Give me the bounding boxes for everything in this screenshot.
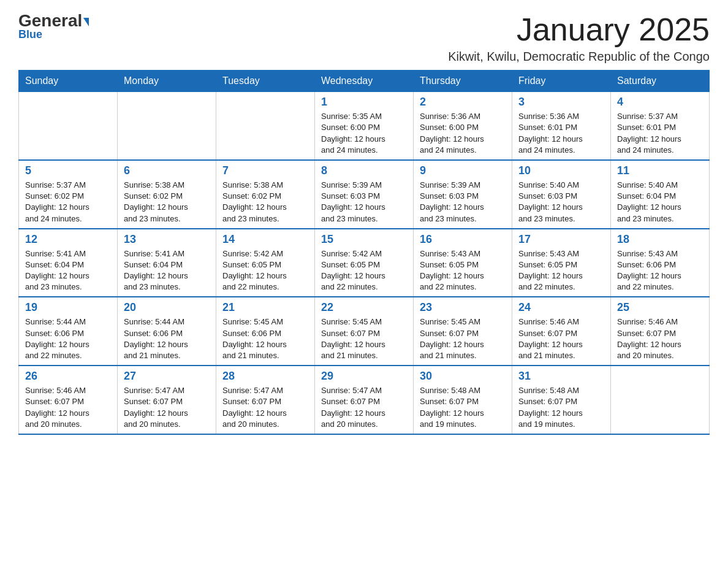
calendar-cell	[118, 92, 216, 160]
calendar-cell: 26Sunrise: 5:46 AM Sunset: 6:07 PM Dayli…	[19, 366, 118, 434]
day-info: Sunrise: 5:39 AM Sunset: 6:03 PM Dayligh…	[420, 180, 506, 224]
calendar-cell	[611, 366, 710, 434]
day-number: 30	[420, 370, 506, 383]
day-number: 7	[222, 164, 308, 177]
day-number: 27	[124, 370, 210, 383]
week-row-3: 12Sunrise: 5:41 AM Sunset: 6:04 PM Dayli…	[19, 229, 710, 297]
day-number: 2	[420, 96, 506, 109]
day-number: 21	[222, 301, 308, 314]
day-info: Sunrise: 5:41 AM Sunset: 6:04 PM Dayligh…	[124, 248, 210, 293]
day-number: 20	[124, 301, 210, 314]
calendar-cell: 5Sunrise: 5:37 AM Sunset: 6:02 PM Daylig…	[19, 160, 118, 229]
page-header: General Blue January 2025 Kikwit, Kwilu,…	[18, 12, 710, 64]
calendar-cell: 15Sunrise: 5:42 AM Sunset: 6:05 PM Dayli…	[315, 229, 414, 297]
day-info: Sunrise: 5:36 AM Sunset: 6:00 PM Dayligh…	[420, 111, 506, 156]
title-area: January 2025 Kikwit, Kwilu, Democratic R…	[448, 12, 710, 64]
weekday-header-tuesday: Tuesday	[216, 71, 315, 92]
day-info: Sunrise: 5:43 AM Sunset: 6:05 PM Dayligh…	[518, 248, 604, 293]
day-number: 8	[321, 164, 407, 177]
day-number: 18	[617, 233, 703, 246]
day-info: Sunrise: 5:47 AM Sunset: 6:07 PM Dayligh…	[222, 385, 308, 430]
weekday-header-sunday: Sunday	[19, 71, 118, 92]
calendar-cell: 31Sunrise: 5:48 AM Sunset: 6:07 PM Dayli…	[512, 366, 611, 434]
day-number: 15	[321, 233, 407, 246]
day-number: 14	[222, 233, 308, 246]
day-number: 12	[25, 233, 111, 246]
calendar-cell: 17Sunrise: 5:43 AM Sunset: 6:05 PM Dayli…	[512, 229, 611, 297]
calendar-cell: 25Sunrise: 5:46 AM Sunset: 6:07 PM Dayli…	[611, 297, 710, 366]
day-info: Sunrise: 5:36 AM Sunset: 6:01 PM Dayligh…	[518, 111, 604, 156]
day-info: Sunrise: 5:40 AM Sunset: 6:04 PM Dayligh…	[617, 180, 703, 224]
day-info: Sunrise: 5:42 AM Sunset: 6:05 PM Dayligh…	[321, 248, 407, 293]
day-info: Sunrise: 5:48 AM Sunset: 6:07 PM Dayligh…	[518, 385, 604, 430]
day-number: 25	[617, 301, 703, 314]
location-title: Kikwit, Kwilu, Democratic Republic of th…	[448, 50, 710, 64]
calendar-cell: 27Sunrise: 5:47 AM Sunset: 6:07 PM Dayli…	[118, 366, 216, 434]
calendar-cell	[19, 92, 118, 160]
day-number: 28	[222, 370, 308, 383]
day-info: Sunrise: 5:45 AM Sunset: 6:07 PM Dayligh…	[420, 316, 506, 361]
day-info: Sunrise: 5:44 AM Sunset: 6:06 PM Dayligh…	[25, 316, 111, 361]
day-info: Sunrise: 5:45 AM Sunset: 6:07 PM Dayligh…	[321, 316, 407, 361]
day-number: 19	[25, 301, 111, 314]
day-info: Sunrise: 5:44 AM Sunset: 6:06 PM Dayligh…	[124, 316, 210, 361]
day-info: Sunrise: 5:38 AM Sunset: 6:02 PM Dayligh…	[222, 180, 308, 224]
day-number: 22	[321, 301, 407, 314]
calendar-cell: 19Sunrise: 5:44 AM Sunset: 6:06 PM Dayli…	[19, 297, 118, 366]
day-info: Sunrise: 5:37 AM Sunset: 6:01 PM Dayligh…	[617, 111, 703, 156]
day-info: Sunrise: 5:47 AM Sunset: 6:07 PM Dayligh…	[124, 385, 210, 430]
calendar-cell: 13Sunrise: 5:41 AM Sunset: 6:04 PM Dayli…	[118, 229, 216, 297]
calendar-cell: 3Sunrise: 5:36 AM Sunset: 6:01 PM Daylig…	[512, 92, 611, 160]
day-number: 1	[321, 96, 407, 109]
calendar-cell: 8Sunrise: 5:39 AM Sunset: 6:03 PM Daylig…	[315, 160, 414, 229]
day-info: Sunrise: 5:43 AM Sunset: 6:05 PM Dayligh…	[420, 248, 506, 293]
weekday-header-monday: Monday	[118, 71, 216, 92]
day-number: 9	[420, 164, 506, 177]
calendar-cell: 29Sunrise: 5:47 AM Sunset: 6:07 PM Dayli…	[315, 366, 414, 434]
calendar-cell: 16Sunrise: 5:43 AM Sunset: 6:05 PM Dayli…	[414, 229, 512, 297]
week-row-5: 26Sunrise: 5:46 AM Sunset: 6:07 PM Dayli…	[19, 366, 710, 434]
calendar-cell: 1Sunrise: 5:35 AM Sunset: 6:00 PM Daylig…	[315, 92, 414, 160]
logo-text: General	[18, 12, 89, 29]
day-number: 31	[518, 370, 604, 383]
day-number: 24	[518, 301, 604, 314]
calendar-cell: 7Sunrise: 5:38 AM Sunset: 6:02 PM Daylig…	[216, 160, 315, 229]
day-number: 29	[321, 370, 407, 383]
calendar-cell: 23Sunrise: 5:45 AM Sunset: 6:07 PM Dayli…	[414, 297, 512, 366]
calendar-cell: 20Sunrise: 5:44 AM Sunset: 6:06 PM Dayli…	[118, 297, 216, 366]
day-info: Sunrise: 5:48 AM Sunset: 6:07 PM Dayligh…	[420, 385, 506, 430]
weekday-header-friday: Friday	[512, 71, 611, 92]
day-info: Sunrise: 5:35 AM Sunset: 6:00 PM Dayligh…	[321, 111, 407, 156]
week-row-1: 1Sunrise: 5:35 AM Sunset: 6:00 PM Daylig…	[19, 92, 710, 160]
calendar-cell: 12Sunrise: 5:41 AM Sunset: 6:04 PM Dayli…	[19, 229, 118, 297]
day-info: Sunrise: 5:40 AM Sunset: 6:03 PM Dayligh…	[518, 180, 604, 224]
calendar-cell: 14Sunrise: 5:42 AM Sunset: 6:05 PM Dayli…	[216, 229, 315, 297]
calendar-table: SundayMondayTuesdayWednesdayThursdayFrid…	[18, 70, 710, 435]
day-info: Sunrise: 5:41 AM Sunset: 6:04 PM Dayligh…	[25, 248, 111, 293]
calendar-cell: 21Sunrise: 5:45 AM Sunset: 6:06 PM Dayli…	[216, 297, 315, 366]
weekday-header-wednesday: Wednesday	[315, 71, 414, 92]
calendar-cell: 2Sunrise: 5:36 AM Sunset: 6:00 PM Daylig…	[414, 92, 512, 160]
logo-blue-label: Blue	[18, 28, 42, 41]
day-info: Sunrise: 5:47 AM Sunset: 6:07 PM Dayligh…	[321, 385, 407, 430]
day-number: 16	[420, 233, 506, 246]
calendar-cell	[216, 92, 315, 160]
calendar-cell: 30Sunrise: 5:48 AM Sunset: 6:07 PM Dayli…	[414, 366, 512, 434]
calendar-cell: 9Sunrise: 5:39 AM Sunset: 6:03 PM Daylig…	[414, 160, 512, 229]
day-number: 5	[25, 164, 111, 177]
day-number: 4	[617, 96, 703, 109]
day-info: Sunrise: 5:46 AM Sunset: 6:07 PM Dayligh…	[25, 385, 111, 430]
day-number: 13	[124, 233, 210, 246]
day-info: Sunrise: 5:45 AM Sunset: 6:06 PM Dayligh…	[222, 316, 308, 361]
day-number: 11	[617, 164, 703, 177]
day-number: 10	[518, 164, 604, 177]
day-number: 6	[124, 164, 210, 177]
day-number: 3	[518, 96, 604, 109]
logo: General Blue	[18, 12, 89, 41]
calendar-cell: 10Sunrise: 5:40 AM Sunset: 6:03 PM Dayli…	[512, 160, 611, 229]
weekday-header-row: SundayMondayTuesdayWednesdayThursdayFrid…	[19, 71, 710, 92]
calendar-cell: 28Sunrise: 5:47 AM Sunset: 6:07 PM Dayli…	[216, 366, 315, 434]
calendar-cell: 4Sunrise: 5:37 AM Sunset: 6:01 PM Daylig…	[611, 92, 710, 160]
day-info: Sunrise: 5:46 AM Sunset: 6:07 PM Dayligh…	[617, 316, 703, 361]
month-title: January 2025	[448, 12, 710, 47]
